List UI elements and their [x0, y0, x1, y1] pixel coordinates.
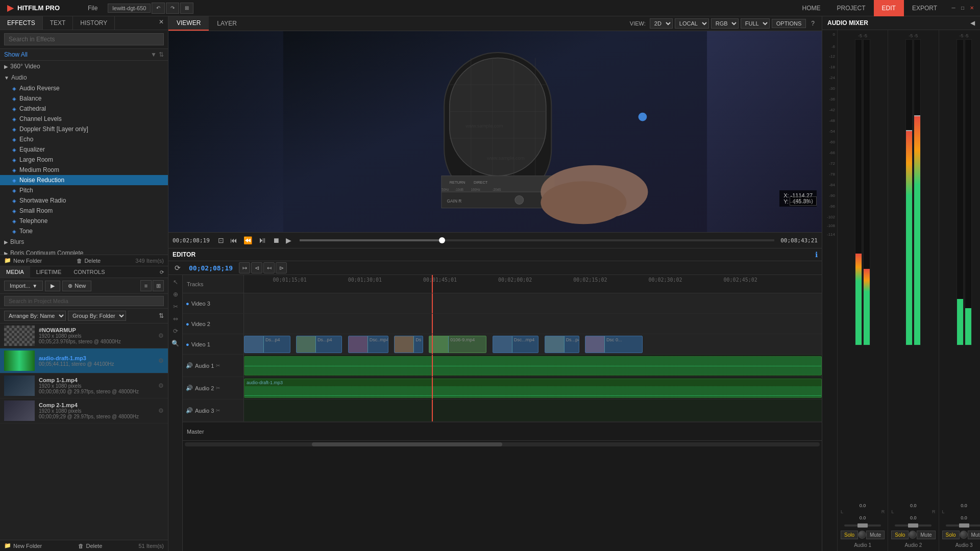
- video-clip-selected[interactable]: 0106-9.mp4: [429, 336, 486, 353]
- media-item[interactable]: Comp 2-1.mp4 980 x 551 pixels 00;00;09…: [0, 398, 168, 423]
- editor-home-button[interactable]: ⟳: [173, 263, 183, 273]
- track-lock-icon[interactable]: ✂: [216, 363, 220, 368]
- track-content-video1[interactable]: Ds...p4 Ds...p4: [244, 334, 822, 354]
- tab-media[interactable]: MEDIA: [0, 266, 30, 278]
- view-local-select[interactable]: LOCAL: [675, 18, 709, 29]
- category-audio[interactable]: ▼ Audio: [0, 72, 168, 83]
- import-extra-button[interactable]: ▶: [45, 281, 60, 291]
- effect-tone[interactable]: ◈Tone: [0, 226, 168, 236]
- pan-knob-audio1[interactable]: [858, 531, 866, 539]
- effect-telephone[interactable]: ◈Telephone: [0, 216, 168, 226]
- menu-file[interactable]: File: [82, 0, 104, 16]
- tab-viewer[interactable]: VIEWER: [168, 16, 209, 31]
- effect-audio-reverse[interactable]: ◈Audio Reverse: [0, 83, 168, 93]
- play-pause-button[interactable]: ⏯: [256, 235, 268, 246]
- media-item[interactable]: Comp 1-1.mp4 980 x 551 pixels 00;00;08…: [0, 373, 168, 398]
- maximize-button[interactable]: □: [959, 4, 967, 12]
- fader-knob[interactable]: [857, 523, 868, 528]
- new-media-button[interactable]: ⊕ New: [62, 281, 91, 291]
- tab-controls[interactable]: CONTROLS: [67, 266, 111, 278]
- pan-knob-audio2[interactable]: [909, 531, 917, 539]
- slip-tool-button[interactable]: ⇔: [170, 314, 181, 324]
- effect-echo[interactable]: ◈Echo: [0, 134, 168, 144]
- track-lock3-icon[interactable]: ✂: [216, 408, 220, 413]
- nav-export[interactable]: EXPORT: [904, 0, 945, 16]
- track-audio-icon[interactable]: 🔊: [186, 362, 193, 369]
- channel-fader[interactable]: [946, 524, 980, 527]
- step-back-button[interactable]: ⏪: [241, 235, 254, 245]
- channel-fader[interactable]: [895, 524, 932, 527]
- viewer-scrubber[interactable]: [300, 239, 774, 241]
- timeline-scrollbar[interactable]: [183, 440, 822, 447]
- track-audio3-icon[interactable]: 🔊: [186, 407, 193, 414]
- speed-tool-button[interactable]: ⟳: [170, 326, 181, 336]
- effect-cathedral[interactable]: ◈Cathedral: [0, 104, 168, 114]
- media-refresh-button[interactable]: ⟳: [156, 267, 168, 277]
- view-full-select[interactable]: FULL: [741, 18, 770, 29]
- fader-knob[interactable]: [908, 523, 918, 528]
- tab-effects[interactable]: EFFECTS: [0, 16, 43, 30]
- effect-small-room[interactable]: ◈Small Room: [0, 206, 168, 216]
- effect-noise-reduction[interactable]: ◈Noise Reduction: [0, 175, 168, 185]
- sort-icon[interactable]: ⇅: [159, 312, 164, 319]
- track-content-video3[interactable]: [244, 293, 822, 313]
- viewer-help-button[interactable]: ?: [808, 20, 818, 27]
- tab-text[interactable]: TEXT: [43, 16, 74, 30]
- effect-channel-levels[interactable]: ◈Channel Levels: [0, 114, 168, 124]
- scroll-thumb[interactable]: [312, 442, 502, 446]
- timeline-ruler[interactable]: 00;01;15;01 00;01;30;01 00;01;45;01 00;0…: [244, 275, 822, 293]
- scroll-track[interactable]: [185, 442, 820, 446]
- mixer-expand-button[interactable]: ◀: [970, 19, 975, 27]
- track-content-audio2[interactable]: audio-draft-1.mp3: [244, 377, 822, 399]
- close-button[interactable]: ✕: [968, 4, 976, 12]
- solo-button-audio1[interactable]: Solo: [841, 531, 858, 539]
- media-item[interactable]: #NOWARMUP 980 x 551 pixels 00;05;23.97…: [0, 323, 168, 348]
- video-clip[interactable]: Ds...p4: [244, 336, 290, 353]
- solo-button-audio3[interactable]: Solo: [942, 531, 960, 539]
- grid-view-button[interactable]: ⊞: [153, 280, 164, 291]
- delete-button[interactable]: 🗑 Delete: [77, 258, 101, 264]
- media-item[interactable]: audio-draft-1.mp3 00;05;44.111, stereo @…: [0, 348, 168, 373]
- video-clip[interactable]: Dsc 0...: [585, 336, 643, 353]
- track-visibility-icon[interactable]: ●: [186, 300, 189, 307]
- undo-button[interactable]: ↶: [152, 3, 165, 14]
- effects-close-button[interactable]: ✕: [155, 16, 168, 30]
- channel-fader[interactable]: [844, 524, 881, 527]
- editor-mark-in-button[interactable]: ↦: [239, 262, 250, 273]
- audio-clip[interactable]: [244, 356, 822, 375]
- zoom-tool-button[interactable]: 🔍: [170, 338, 181, 348]
- mute-button-audio1[interactable]: Mute: [866, 531, 885, 539]
- redo-button[interactable]: ↷: [166, 3, 179, 14]
- mark-in-button[interactable]: ⊡: [216, 235, 226, 245]
- prev-frame-button[interactable]: ⏮: [228, 235, 239, 245]
- effect-equalizer[interactable]: ◈Equalizer: [0, 144, 168, 155]
- editor-mark-out-button[interactable]: ↤: [263, 262, 275, 273]
- track-visibility-icon[interactable]: ●: [186, 321, 189, 327]
- view-rgb-select[interactable]: RGB: [711, 18, 739, 29]
- group-by-select[interactable]: Group By: Folder: [68, 311, 126, 321]
- effects-search-input[interactable]: [4, 33, 164, 45]
- track-content-video2[interactable]: [244, 314, 822, 334]
- video-clip[interactable]: Dsc...mp4: [493, 336, 539, 353]
- filter-sort-icon[interactable]: ⇅: [159, 51, 164, 58]
- scrubber-handle[interactable]: [439, 237, 445, 243]
- effect-large-room[interactable]: ◈Large Room: [0, 155, 168, 165]
- zoom-level[interactable]: (45.3%): [790, 196, 817, 206]
- nav-project[interactable]: PROJECT: [829, 0, 874, 16]
- media-new-folder-button[interactable]: 📁 New Folder: [4, 542, 42, 549]
- mute-button-audio3[interactable]: Mute: [968, 531, 980, 539]
- video-clip[interactable]: Dsc..mp4: [348, 336, 388, 353]
- effect-pitch[interactable]: ◈Pitch: [0, 185, 168, 195]
- fader-knob[interactable]: [959, 523, 969, 528]
- view-2d-select[interactable]: 2D: [650, 18, 673, 29]
- show-all-button[interactable]: Show All: [4, 51, 28, 58]
- track-content-audio1[interactable]: [244, 355, 822, 377]
- effect-shortwave-radio[interactable]: ◈Shortwave Radio: [0, 195, 168, 206]
- solo-button-audio2[interactable]: Solo: [891, 531, 909, 539]
- filter-down-icon[interactable]: ▼: [151, 51, 157, 58]
- grid-button[interactable]: ⊞: [180, 3, 193, 14]
- import-button[interactable]: Import... ▼: [4, 281, 43, 291]
- media-item-settings-button[interactable]: ⚙: [158, 382, 164, 389]
- editor-info-button[interactable]: ℹ: [815, 251, 818, 259]
- list-view-button[interactable]: ≡: [140, 280, 152, 291]
